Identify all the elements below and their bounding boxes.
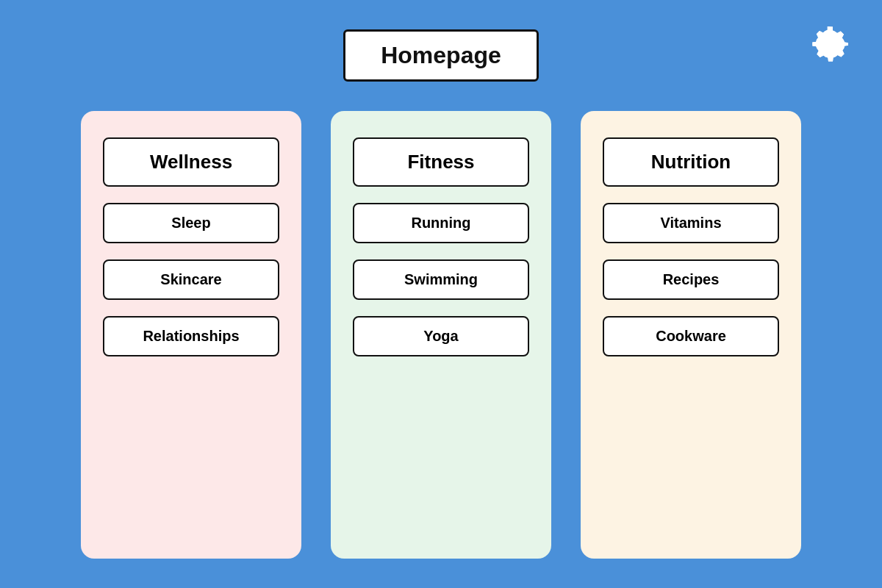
fitness-item-swimming[interactable]: Swimming: [353, 259, 529, 300]
fitness-header[interactable]: Fitness: [353, 137, 529, 187]
nutrition-item-recipes[interactable]: Recipes: [603, 259, 779, 300]
page-container: Homepage Wellness Sleep Skincare Relatio…: [0, 0, 882, 588]
page-title: Homepage: [381, 42, 501, 68]
nutrition-item-vitamins[interactable]: Vitamins: [603, 203, 779, 243]
fitness-item-running[interactable]: Running: [353, 203, 529, 243]
nutrition-item-cookware[interactable]: Cookware: [603, 316, 779, 356]
nutrition-header[interactable]: Nutrition: [603, 137, 779, 187]
column-fitness: Fitness Running Swimming Yoga: [331, 111, 551, 559]
wellness-item-relationships[interactable]: Relationships: [103, 316, 279, 356]
columns-container: Wellness Sleep Skincare Relationships Fi…: [44, 111, 838, 559]
wellness-item-skincare[interactable]: Skincare: [103, 259, 279, 300]
wellness-header[interactable]: Wellness: [103, 137, 279, 187]
gear-icon[interactable]: [808, 22, 853, 66]
column-nutrition: Nutrition Vitamins Recipes Cookware: [581, 111, 801, 559]
wellness-item-sleep[interactable]: Sleep: [103, 203, 279, 243]
fitness-item-yoga[interactable]: Yoga: [353, 316, 529, 356]
title-box: Homepage: [343, 29, 539, 82]
column-wellness: Wellness Sleep Skincare Relationships: [81, 111, 301, 559]
